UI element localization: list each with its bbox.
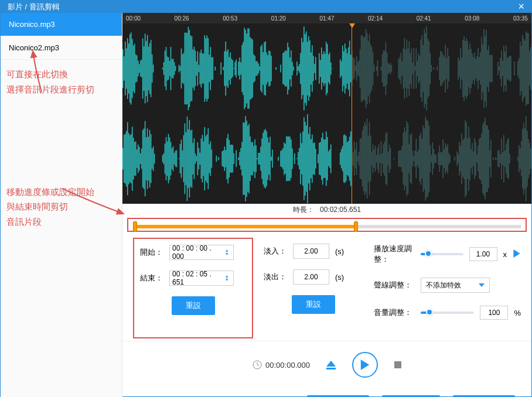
svg-rect-520 bbox=[320, 142, 320, 175]
svg-rect-136 bbox=[280, 65, 281, 73]
svg-rect-565 bbox=[373, 144, 373, 173]
range-handle-end[interactable] bbox=[354, 221, 358, 232]
play-button[interactable] bbox=[352, 352, 378, 378]
svg-rect-21 bbox=[146, 41, 146, 96]
svg-rect-376 bbox=[152, 149, 152, 169]
end-time-input[interactable]: 00 : 02 : 05 . 651 ▲▼ bbox=[169, 271, 234, 286]
svg-rect-437 bbox=[223, 150, 224, 167]
svg-rect-98 bbox=[236, 60, 236, 78]
spinner-icon[interactable]: ▲▼ bbox=[223, 275, 231, 282]
svg-rect-301 bbox=[473, 57, 473, 80]
stop-button[interactable] bbox=[394, 361, 401, 368]
export-icon[interactable] bbox=[326, 361, 336, 369]
svg-rect-698 bbox=[528, 139, 528, 179]
svg-rect-603 bbox=[417, 152, 418, 165]
spinner-icon[interactable]: ▲▼ bbox=[223, 249, 231, 256]
svg-rect-615 bbox=[431, 155, 431, 163]
svg-rect-512 bbox=[311, 139, 311, 179]
svg-rect-678 bbox=[504, 150, 505, 166]
effect-select[interactable]: 不添加特效 bbox=[421, 278, 490, 293]
svg-rect-145 bbox=[291, 50, 291, 87]
svg-rect-324 bbox=[500, 58, 500, 79]
file-item-1[interactable]: Niconico.mp3 bbox=[1, 13, 122, 36]
svg-rect-187 bbox=[340, 59, 340, 78]
svg-rect-514 bbox=[313, 143, 313, 174]
svg-rect-392 bbox=[170, 142, 171, 175]
close-icon[interactable]: × bbox=[518, 1, 524, 13]
svg-rect-13 bbox=[137, 56, 137, 82]
svg-rect-498 bbox=[294, 153, 295, 164]
svg-rect-458 bbox=[247, 125, 248, 191]
svg-rect-350 bbox=[530, 47, 531, 90]
svg-rect-471 bbox=[262, 133, 263, 184]
svg-rect-369 bbox=[144, 128, 144, 189]
svg-rect-52 bbox=[182, 54, 183, 83]
svg-rect-365 bbox=[139, 147, 139, 171]
svg-rect-457 bbox=[246, 121, 247, 197]
svg-rect-73 bbox=[207, 36, 207, 102]
playhead-marker[interactable] bbox=[352, 23, 352, 204]
svg-rect-442 bbox=[229, 140, 229, 178]
svg-rect-549 bbox=[354, 142, 354, 176]
reset-fade-button[interactable]: 重設 bbox=[292, 295, 335, 314]
svg-rect-529 bbox=[330, 145, 331, 173]
svg-rect-637 bbox=[456, 151, 457, 166]
speed-value-input[interactable] bbox=[469, 247, 497, 261]
svg-rect-218 bbox=[376, 66, 377, 71]
svg-rect-542 bbox=[346, 136, 346, 181]
svg-rect-10 bbox=[133, 46, 134, 91]
svg-rect-4 bbox=[126, 48, 127, 88]
svg-rect-195 bbox=[349, 40, 350, 96]
svg-rect-348 bbox=[528, 33, 528, 104]
svg-rect-644 bbox=[465, 120, 465, 197]
main-panel: 00:00 00:26 00:53 01:20 01:47 02:14 02:4… bbox=[122, 13, 531, 397]
svg-rect-656 bbox=[479, 139, 479, 179]
svg-rect-524 bbox=[325, 139, 325, 178]
volume-value-input[interactable] bbox=[480, 306, 508, 320]
svg-rect-165 bbox=[314, 64, 315, 73]
svg-rect-588 bbox=[400, 150, 400, 167]
svg-rect-608 bbox=[423, 125, 424, 192]
svg-rect-295 bbox=[466, 38, 466, 98]
svg-rect-309 bbox=[482, 45, 483, 93]
fadein-input[interactable] bbox=[293, 244, 329, 259]
svg-rect-700 bbox=[530, 149, 531, 169]
svg-rect-556 bbox=[362, 131, 363, 186]
svg-rect-439 bbox=[225, 150, 226, 167]
svg-rect-352 bbox=[124, 135, 124, 183]
file-item-2[interactable]: Niconico2.mp3 bbox=[1, 36, 122, 60]
svg-rect-515 bbox=[314, 142, 315, 174]
svg-rect-578 bbox=[388, 152, 388, 166]
svg-rect-90 bbox=[226, 51, 227, 86]
speed-slider[interactable] bbox=[421, 253, 463, 255]
svg-rect-366 bbox=[140, 153, 141, 164]
svg-rect-275 bbox=[442, 54, 443, 83]
play-preview-icon[interactable] bbox=[513, 249, 521, 259]
reset-trim-button[interactable]: 重設 bbox=[172, 296, 215, 315]
start-time-input[interactable]: 00 : 00 : 00 . 000 ▲▼ bbox=[169, 245, 234, 260]
svg-rect-78 bbox=[213, 57, 213, 80]
range-handle-start[interactable] bbox=[133, 221, 137, 232]
svg-rect-58 bbox=[189, 30, 190, 107]
svg-rect-105 bbox=[244, 28, 244, 109]
svg-rect-55 bbox=[186, 33, 186, 105]
volume-slider[interactable] bbox=[421, 312, 474, 314]
fadeout-input[interactable] bbox=[293, 269, 329, 285]
svg-rect-237 bbox=[398, 59, 399, 78]
svg-rect-378 bbox=[154, 153, 155, 163]
svg-rect-487 bbox=[281, 150, 282, 167]
svg-rect-370 bbox=[145, 121, 145, 197]
svg-rect-171 bbox=[321, 47, 322, 90]
annotation-2: 移動進度條或設定開始 與結束時間剪切 音訊片段 bbox=[1, 162, 122, 251]
svg-rect-12 bbox=[135, 54, 136, 83]
svg-rect-42 bbox=[170, 47, 171, 90]
waveform-display[interactable] bbox=[122, 23, 531, 204]
svg-rect-41 bbox=[169, 61, 170, 76]
svg-rect-561 bbox=[368, 135, 369, 182]
svg-rect-568 bbox=[376, 155, 377, 163]
svg-rect-445 bbox=[232, 145, 233, 172]
svg-rect-470 bbox=[261, 138, 262, 179]
range-track[interactable] bbox=[133, 225, 521, 228]
svg-rect-115 bbox=[255, 61, 256, 76]
svg-rect-325 bbox=[501, 50, 502, 87]
